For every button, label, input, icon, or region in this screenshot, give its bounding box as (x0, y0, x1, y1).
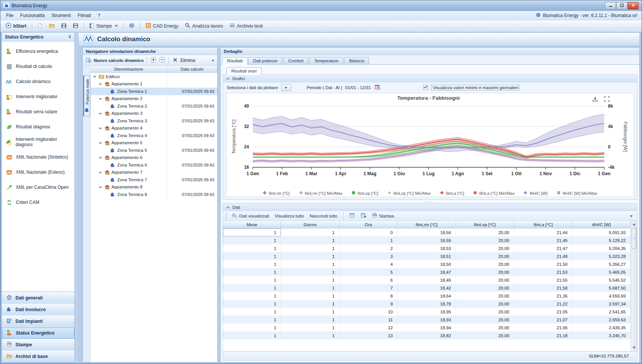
tree-expander-icon[interactable] (98, 156, 102, 159)
nav-item[interactable]: Dati generali (2, 292, 74, 304)
new-dynamic-calc-label[interactable]: Nuovo calcolo dinamico (94, 58, 144, 63)
menu-item-file[interactable]: File (3, 12, 17, 19)
tree-row[interactable]: Zona Termica 6 07/01/2025 09:43 (91, 161, 217, 169)
menu-item-help[interactable]: ? (94, 12, 104, 19)
table-row[interactable]: 111018,9520,0021,052.541,65 (223, 308, 631, 316)
settings-button[interactable] (127, 22, 137, 31)
sidebar-item[interactable]: Efficienza energetica (2, 44, 74, 59)
tab-risultati-orari[interactable]: Risultati orari (226, 67, 261, 75)
nav-item[interactable]: Stampe (2, 339, 74, 350)
tree-expander-icon[interactable] (92, 75, 97, 78)
save-button[interactable] (59, 22, 69, 31)
table-row[interactable]: 11818,6420,0021,364.559,69 (223, 292, 631, 300)
tree-row[interactable]: Zona Termica 1 07/01/2025 09:43 (91, 88, 217, 95)
table-column-header[interactable]: ΦH/C [W] (572, 221, 631, 228)
scroll-up-button[interactable] (631, 221, 637, 227)
tab-dati-potenze[interactable]: Dati potenze (248, 57, 283, 64)
sidebar-item[interactable]: XML per CasaClima Open (2, 180, 74, 195)
maximize-button[interactable] (616, 2, 627, 9)
column-header-denominazione[interactable]: Denominazione (91, 66, 167, 73)
tree-expander-icon[interactable] (98, 126, 102, 130)
table-row[interactable]: 11518,4720,0021,535.465,05 (223, 268, 631, 276)
nav-item[interactable]: Dati Involucro (2, 304, 74, 315)
tree-expander-icon[interactable] (98, 112, 102, 115)
legend-item[interactable]: θint,rm [°C] (263, 191, 289, 196)
new-dynamic-calc-button[interactable] (85, 56, 92, 65)
table-row[interactable]: 11918,7820,0021,223.597,34 (223, 300, 631, 308)
tree-row[interactable]: Zona Termica 8 07/01/2025 09:43 (91, 191, 217, 198)
scroll-down-button[interactable] (631, 345, 637, 351)
table-column-header[interactable]: θint,op [°C] (456, 221, 514, 228)
menu-item-filmati[interactable]: Filmati (74, 12, 94, 19)
menu-item-funzionalit[interactable]: Funzionalità (17, 12, 48, 19)
tree-expander-icon[interactable] (98, 171, 102, 174)
sidebar-item[interactable]: Risultati serra solare (2, 104, 74, 119)
sidebar-item[interactable]: Interventi migliorativi diagnosi (2, 134, 74, 150)
expand-all-button[interactable] (150, 56, 157, 64)
sidebar-item[interactable]: Risultati diagnosi (2, 119, 74, 134)
delete-label[interactable]: Elimina (180, 58, 195, 63)
table-column-header[interactable]: Ora (339, 221, 398, 228)
legend-item[interactable]: θint,a [°C] Min/Max (473, 191, 514, 196)
table-row[interactable]: 11618,4520,0021,555.545,52 (223, 276, 631, 284)
plot-select-dropdown[interactable] (281, 84, 291, 91)
table-column-header[interactable]: Giorno (281, 221, 339, 228)
new-file-button[interactable] (35, 22, 45, 31)
tree-row[interactable]: Zona Termica 7 07/01/2025 09:43 (91, 176, 217, 184)
tree-expander-icon[interactable] (98, 82, 102, 86)
section-splitter[interactable]: ····· (223, 200, 637, 203)
column-header-data-calcolo[interactable]: Data calcolo (167, 66, 217, 73)
tab-comfort[interactable]: Comfort (283, 57, 308, 64)
legend-item[interactable]: θint,a [°C] (440, 191, 464, 196)
stampe-button[interactable]: W Stampe (87, 22, 120, 31)
table-row[interactable]: 11018,5620,0021,445.091,93 (223, 228, 631, 236)
chart-canvas[interactable]: Temperatura - Fabbisogni1 Gen1 Feb1 Mar1… (226, 93, 634, 182)
nav-item[interactable]: Archivi di base (2, 350, 74, 362)
minmax-checkbox[interactable] (423, 85, 428, 90)
table-row[interactable]: 11218,5320,0021,475.204,35 (223, 244, 631, 252)
period-calendar-button[interactable] (374, 83, 381, 91)
tree-expander-icon[interactable] (98, 97, 102, 100)
dati-dropdown-button[interactable] (628, 213, 634, 219)
sidebar-item[interactable]: Interventi migliorativi (2, 89, 74, 104)
table-row[interactable]: 111118,9320,0021,072.659,63 (223, 316, 631, 324)
sidebar-item[interactable]: XML XML Nazionale (Esteso) (2, 165, 74, 180)
legend-item[interactable]: θint,op [°C] (351, 191, 378, 196)
visualizza-tutto-button[interactable]: Visualizza tutto (274, 213, 305, 219)
table-view-button[interactable] (348, 212, 356, 220)
tree-row[interactable]: Zona Termica 2 07/01/2025 09:43 (91, 102, 217, 110)
tree-row[interactable]: Appartamento 3 (91, 110, 217, 117)
bstart-button[interactable]: bStart (3, 22, 29, 31)
collapse-all-button[interactable] (159, 56, 166, 64)
nav-item[interactable]: Status Energetico (2, 327, 74, 339)
tree-row[interactable]: Appartamento 2 (91, 95, 217, 103)
table-row[interactable]: 111218,9420,0021,062.439,35 (223, 324, 631, 332)
collapse-sidebar-icon[interactable] (68, 34, 71, 40)
analizza-lavoro-button[interactable]: Analizza lavoro (183, 22, 225, 31)
cad-energy-button[interactable]: CAD Energy (143, 22, 181, 31)
sidebar-splitter[interactable]: ⋮ (75, 32, 77, 362)
tree-row[interactable]: Appartamento 5 (91, 139, 217, 147)
sidebar-item[interactable]: Risultati di calcolo (2, 59, 74, 74)
tree-row[interactable]: Appartamento 6 (91, 154, 217, 162)
tab-risultati[interactable]: Risultati (222, 57, 248, 65)
dati-visualizzati-button[interactable]: Dati visualizzati (231, 212, 270, 220)
menu-item-strumenti[interactable]: Strumenti (48, 12, 74, 19)
potenza-reale-tab[interactable]: Potenza reale (83, 76, 90, 116)
table-row[interactable]: 11118,5520,0021,455.129,22 (223, 236, 631, 244)
table-row[interactable]: 111318,8220,0021,183.245,70 (223, 332, 631, 339)
legend-item[interactable]: ΦH/C [W] (523, 191, 547, 196)
table-row[interactable]: 11718,4220,0021,585.687,50 (223, 284, 631, 292)
dati-header[interactable]: Dati (223, 204, 637, 211)
title-bar[interactable]: Blumatica Energy (0, 0, 642, 11)
tree-expander-icon[interactable] (98, 141, 102, 145)
open-button[interactable] (47, 22, 57, 31)
legend-item[interactable]: θint,op [°C] Min/Max (387, 191, 431, 196)
tree-row[interactable]: Edificio (91, 73, 217, 80)
table-column-header[interactable]: Mese (223, 221, 281, 228)
close-button[interactable] (628, 2, 639, 9)
sidebar-item[interactable]: XML XML Nazionale (Sintetico) (2, 150, 74, 165)
tree-row[interactable]: Appartamento 7 (91, 169, 217, 176)
export-table-button[interactable] (359, 212, 367, 220)
table-column-header[interactable]: θint,a [°C] (514, 221, 572, 228)
